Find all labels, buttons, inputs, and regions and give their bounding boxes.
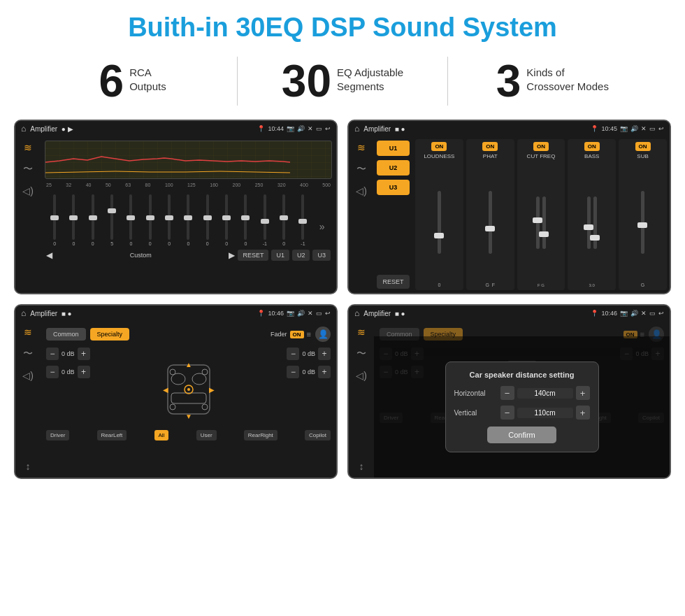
- cutfreq-slider: [536, 162, 546, 283]
- status-bar-1: ⌂ Amplifier ● ▶ 📍10:44📷🔊✕▭↩: [15, 121, 336, 136]
- fader-sliders-icon[interactable]: ≡: [307, 330, 311, 338]
- vol4-plus-button[interactable]: +: [318, 366, 331, 378]
- bass-slider: [587, 162, 597, 283]
- app-name-2: Amplifier ■ ●: [363, 125, 586, 133]
- vol2-value: 0 dB: [62, 368, 75, 375]
- u3-button-1[interactable]: U3: [312, 250, 331, 261]
- page-title: Buith-in 30EQ DSP Sound System: [0, 0, 685, 51]
- loudness-toggle[interactable]: ON: [431, 142, 447, 151]
- common-tab-3[interactable]: Common: [46, 328, 86, 341]
- svg-text:◀: ◀: [163, 386, 168, 394]
- rearleft-button-3[interactable]: RearLeft: [97, 430, 127, 440]
- eq-icon-2[interactable]: ≋: [357, 142, 366, 153]
- fader-on-badge: ON: [290, 331, 304, 338]
- sub-label: SUB: [637, 153, 648, 159]
- vertical-plus-button[interactable]: +: [576, 406, 590, 420]
- vol3-plus-button[interactable]: +: [318, 348, 331, 360]
- app-name-3: Amplifier ■ ●: [30, 310, 253, 317]
- stat-divider-2: [447, 57, 448, 106]
- volume-ctrl-1: − 0 dB +: [46, 348, 90, 360]
- fader-person-icon[interactable]: 👤: [315, 327, 331, 342]
- fader-dialog-main: Common Specialty ON ≡ 👤 − 0 dB +: [374, 321, 670, 478]
- user-button-3[interactable]: User: [196, 430, 217, 440]
- car-diagram-svg: ▲ ▼ ◀ ▶: [143, 348, 234, 424]
- u2-button-1[interactable]: U2: [292, 250, 310, 261]
- home-icon-1[interactable]: ⌂: [21, 124, 26, 134]
- stat-item-eq: 30 EQ AdjustableSegments: [252, 59, 433, 103]
- wave-icon-1[interactable]: 〜: [23, 163, 33, 176]
- wave-icon-2[interactable]: 〜: [356, 163, 366, 176]
- side-icons-3: ≋ 〜 ◁) ↕: [15, 321, 41, 478]
- wave-icon-3[interactable]: 〜: [23, 348, 33, 360]
- cutfreq-toggle[interactable]: ON: [533, 142, 549, 151]
- app-name-4: Amplifier ■ ●: [363, 310, 586, 317]
- eq-slider-12: -1: [257, 194, 273, 246]
- vertical-minus-button[interactable]: −: [500, 406, 514, 420]
- vol3-minus-button[interactable]: −: [287, 348, 299, 360]
- speaker-icon-3[interactable]: ◁): [22, 370, 34, 381]
- side-icons-1: ≋ 〜 ◁): [15, 136, 41, 293]
- home-icon-2[interactable]: ⌂: [354, 124, 359, 134]
- stat-number-6: 6: [99, 59, 124, 103]
- horizontal-plus-button[interactable]: +: [576, 386, 590, 400]
- rearright-button-3[interactable]: RearRight: [244, 430, 277, 440]
- arrows-icon-4[interactable]: ↕: [359, 461, 364, 472]
- bass-toggle[interactable]: ON: [584, 142, 600, 151]
- status-icons-2: 📍10:45📷🔊✕▭↩: [591, 125, 664, 132]
- copilot-button-3[interactable]: Copilot: [305, 430, 331, 440]
- phat-toggle[interactable]: ON: [482, 142, 498, 151]
- speaker-icon-1[interactable]: ◁): [22, 185, 34, 196]
- fader-label: Fader: [271, 331, 287, 338]
- u1-preset-button[interactable]: U1: [377, 141, 410, 156]
- vol4-minus-button[interactable]: −: [287, 366, 299, 378]
- horizontal-label: Horizontal: [454, 389, 496, 397]
- volume-ctrl-4: − 0 dB +: [287, 366, 331, 378]
- eq-icon-1[interactable]: ≋: [24, 142, 32, 153]
- u2-preset-button[interactable]: U2: [377, 160, 410, 176]
- fader-body: − 0 dB + − 0 dB +: [46, 348, 331, 424]
- arrows-icon-3[interactable]: ↕: [26, 461, 31, 472]
- confirm-button[interactable]: Confirm: [487, 427, 556, 443]
- home-icon-3[interactable]: ⌂: [21, 308, 26, 318]
- eq-slider-6: 0: [142, 194, 159, 246]
- svg-point-14: [202, 404, 208, 410]
- distance-dialog: Car speaker distance setting Horizontal …: [445, 361, 599, 452]
- u1-button-1[interactable]: U1: [271, 250, 289, 261]
- vol1-minus-button[interactable]: −: [46, 348, 59, 360]
- eq-icon-3[interactable]: ≋: [24, 327, 32, 338]
- u3-preset-button[interactable]: U3: [377, 180, 410, 195]
- eq-icon-4[interactable]: ≋: [357, 327, 366, 338]
- wave-icon-4[interactable]: 〜: [356, 348, 366, 360]
- horizontal-minus-button[interactable]: −: [500, 386, 514, 400]
- phat-slider: [489, 162, 492, 282]
- phat-value: G F: [485, 282, 495, 287]
- side-icons-4: ≋ 〜 ◁) ↕: [349, 321, 374, 478]
- horizontal-value: 140cm: [517, 388, 573, 399]
- home-icon-4[interactable]: ⌂: [354, 308, 359, 318]
- vertical-label: Vertical: [454, 409, 496, 417]
- horizontal-row: Horizontal − 140cm +: [454, 386, 590, 400]
- all-button-3[interactable]: All: [154, 430, 169, 440]
- status-bar-3: ⌂ Amplifier ■ ● 📍10:46📷🔊✕▭↩: [15, 306, 336, 321]
- reset-button-2[interactable]: RESET: [377, 275, 410, 289]
- status-icons-3: 📍10:46📷🔊✕▭↩: [257, 310, 331, 317]
- speaker-bottom-labels: Driver RearLeft All User RearRight Copil…: [46, 430, 331, 440]
- vol2-minus-button[interactable]: −: [46, 366, 59, 378]
- amp2-channels-list: ON LOUDNESS 0 ON PHAT: [415, 139, 667, 290]
- svg-point-12: [202, 369, 208, 375]
- reset-button-1[interactable]: RESET: [238, 250, 268, 261]
- speaker-icon-2[interactable]: ◁): [356, 185, 367, 196]
- fader-main-area: Common Specialty Fader ON ≡ 👤 −: [41, 321, 336, 478]
- vol2-plus-button[interactable]: +: [78, 366, 90, 378]
- speaker-icon-4[interactable]: ◁): [356, 370, 367, 381]
- driver-button-3[interactable]: Driver: [46, 430, 69, 440]
- eq-prev-button[interactable]: ◀: [46, 250, 52, 260]
- eq-next-button[interactable]: ▶: [229, 250, 235, 260]
- eq-slider-3: 0: [85, 194, 101, 246]
- specialty-tab-3[interactable]: Specialty: [90, 328, 130, 341]
- eq-slider-5: 0: [122, 194, 139, 246]
- eq-slider-4: 5: [103, 194, 120, 246]
- vol1-plus-button[interactable]: +: [78, 348, 90, 360]
- sub-toggle[interactable]: ON: [635, 142, 651, 151]
- eq-slider-9: 0: [199, 194, 216, 246]
